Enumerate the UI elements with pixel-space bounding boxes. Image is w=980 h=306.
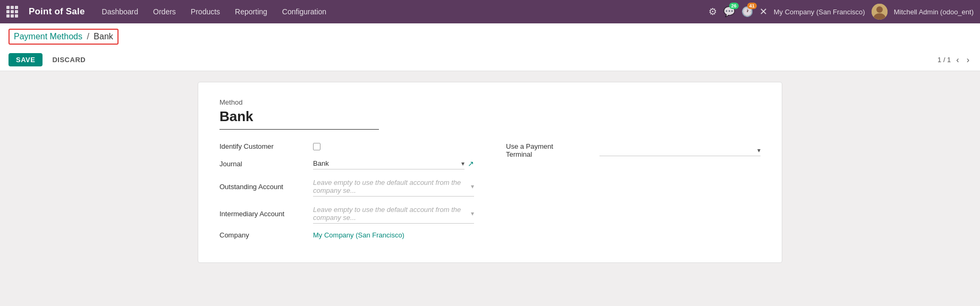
outstanding-account-select[interactable]: Leave empty to use the default account f…	[313, 177, 474, 197]
breadcrumb-container: Payment Methods / Bank	[9, 29, 119, 45]
pagination-count: 1 / 1	[937, 56, 951, 64]
next-page-button[interactable]: ›	[965, 54, 971, 66]
company-link[interactable]: My Company (San Francisco)	[313, 231, 404, 239]
activities-badge: 41	[747, 3, 757, 9]
intermediary-account-label: Intermediary Account	[219, 210, 305, 218]
payment-terminal-select[interactable]	[599, 144, 761, 156]
prev-page-button[interactable]: ‹	[954, 54, 961, 66]
identify-customer-label: Identify Customer	[219, 142, 305, 150]
intermediary-account-placeholder: Leave empty to use the default account f…	[313, 204, 474, 223]
menu-item-configuration[interactable]: Configuration	[276, 4, 333, 19]
method-label: Method	[219, 98, 761, 106]
action-bar-left: SAVE DISCARD	[9, 53, 91, 66]
company-selector[interactable]: My Company (San Francisco)	[774, 8, 865, 16]
method-value: Bank	[219, 108, 379, 130]
topnav-right: ⚙ 💬 26 🕐 41 ✕ My Company (San Francisco)…	[708, 4, 974, 20]
apps-grid-icon[interactable]	[6, 6, 18, 18]
breadcrumb-bar: Payment Methods / Bank SAVE DISCARD 1 / …	[0, 23, 980, 71]
form-right: Use a Payment Terminal	[506, 142, 761, 246]
journal-select-wrap: Bank ↗	[313, 158, 474, 169]
messages-badge: 26	[729, 3, 739, 9]
svg-point-1	[876, 6, 883, 13]
payment-terminal-input[interactable]	[599, 144, 761, 156]
discard-button[interactable]: DISCARD	[47, 53, 91, 66]
journal-row: Journal Bank ↗	[219, 158, 474, 169]
use-payment-terminal-label: Use a Payment Terminal	[506, 142, 591, 158]
messages-icon[interactable]: 💬 26	[723, 6, 735, 18]
outstanding-account-label: Outstanding Account	[219, 183, 305, 191]
activities-icon[interactable]: 🕐 41	[741, 6, 753, 18]
breadcrumb-parent[interactable]: Payment Methods	[14, 32, 82, 41]
intermediary-account-row: Intermediary Account Leave empty to use …	[219, 204, 474, 224]
journal-label: Journal	[219, 160, 305, 168]
journal-external-link-icon[interactable]: ↗	[468, 159, 474, 168]
menu-item-orders[interactable]: Orders	[147, 4, 182, 19]
app-title[interactable]: Point of Sale	[29, 6, 85, 17]
menu-item-reporting[interactable]: Reporting	[229, 4, 274, 19]
user-avatar[interactable]	[872, 4, 888, 20]
breadcrumb-separator: /	[87, 32, 89, 41]
use-payment-terminal-label-bottom: Terminal	[506, 150, 591, 158]
top-menu: Dashboard Orders Products Reporting Conf…	[96, 4, 698, 19]
settings-icon[interactable]: ⚙	[708, 6, 717, 18]
save-button[interactable]: SAVE	[9, 53, 43, 66]
journal-select-outer: Bank	[313, 158, 464, 169]
use-payment-terminal-label-top: Use a Payment	[506, 142, 591, 150]
form-card: Method Bank Identify Customer Journal Ba…	[198, 82, 782, 263]
journal-select[interactable]: Bank	[313, 158, 464, 169]
menu-item-dashboard[interactable]: Dashboard	[96, 4, 145, 19]
main-content: Method Bank Identify Customer Journal Ba…	[0, 71, 980, 274]
intermediary-account-select[interactable]: Leave empty to use the default account f…	[313, 204, 474, 224]
payment-terminal-row: Use a Payment Terminal	[506, 142, 761, 158]
company-label: Company	[219, 231, 305, 239]
user-label[interactable]: Mitchell Admin (odoo_ent)	[894, 8, 974, 16]
identify-customer-checkbox[interactable]	[313, 143, 320, 150]
outstanding-account-row: Outstanding Account Leave empty to use t…	[219, 177, 474, 197]
form-grid: Identify Customer Journal Bank ↗	[219, 142, 761, 246]
top-navigation: Point of Sale Dashboard Orders Products …	[0, 0, 980, 23]
close-icon[interactable]: ✕	[759, 6, 767, 18]
company-row: Company My Company (San Francisco)	[219, 231, 474, 239]
action-bar: SAVE DISCARD 1 / 1 ‹ ›	[9, 49, 971, 71]
breadcrumb-current: Bank	[94, 32, 113, 41]
identify-customer-row: Identify Customer	[219, 142, 474, 150]
outstanding-account-placeholder: Leave empty to use the default account f…	[313, 177, 474, 196]
menu-item-products[interactable]: Products	[184, 4, 226, 19]
pagination: 1 / 1 ‹ ›	[937, 54, 971, 66]
form-left: Identify Customer Journal Bank ↗	[219, 142, 474, 246]
